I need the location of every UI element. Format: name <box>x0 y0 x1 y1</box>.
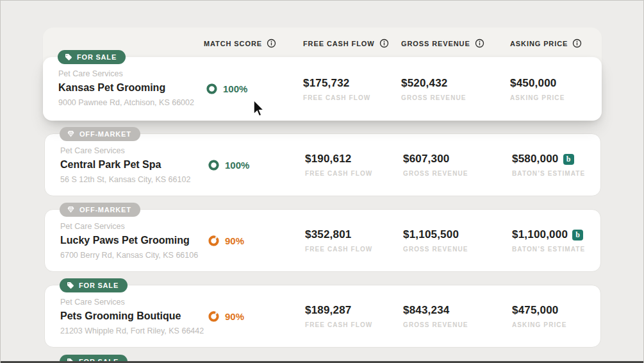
match-score-donut-icon <box>205 232 222 249</box>
asking-price-label: BATON’S ESTIMATE <box>512 170 585 177</box>
gross-revenue-value: $843,234 <box>403 304 468 317</box>
free-cash-flow-cell: $190,612 FREE CASH FLOW <box>305 134 372 196</box>
free-cash-flow-value: $352,801 <box>305 228 372 241</box>
business-name: Kansas Pet Grooming <box>58 82 219 94</box>
listing-card[interactable]: OFF-MARKET Pet Care Services Lucky Paws … <box>44 209 601 272</box>
status-badge: FOR SALE <box>60 278 128 292</box>
business-info: Pet Care Services Kansas Pet Grooming 90… <box>58 69 219 107</box>
asking-price-value: $1,100,000 <box>512 228 568 241</box>
info-icon[interactable] <box>572 38 582 48</box>
status-badge-label: FOR SALE <box>79 282 119 289</box>
column-header-match-score: MATCH SCORE <box>204 38 276 48</box>
match-score-donut-icon <box>203 80 220 97</box>
free-cash-flow-label: FREE CASH FLOW <box>305 170 372 177</box>
asking-price-value: $580,000 <box>512 153 559 165</box>
column-header-label: GROSS REVENUE <box>401 40 470 47</box>
info-icon[interactable] <box>475 38 484 48</box>
tag-icon <box>67 282 74 289</box>
column-header-asking-price: ASKING PRICE <box>510 38 582 48</box>
free-cash-flow-label: FREE CASH FLOW <box>305 246 372 253</box>
header-row: MATCH SCORE FREE CASH FLOW GROSS REVENUE… <box>43 38 602 51</box>
gross-revenue-label: GROSS REVENUE <box>403 321 468 328</box>
asking-price-value: $475,000 <box>512 304 559 317</box>
match-score-cell: 100% <box>206 57 247 121</box>
gross-revenue-cell: $843,234 GROSS REVENUE <box>403 285 468 347</box>
match-score-value: 90% <box>225 235 244 246</box>
asking-price-cell: $580,000 b BATON’S ESTIMATE <box>512 134 585 196</box>
gem-icon <box>67 130 75 138</box>
gem-icon <box>67 206 75 214</box>
asking-price-value: $450,000 <box>510 77 557 90</box>
free-cash-flow-label: FREE CASH FLOW <box>303 94 370 101</box>
business-category: Pet Care Services <box>58 69 219 78</box>
match-score-value: 100% <box>223 83 247 94</box>
gross-revenue-cell: $520,432 GROSS REVENUE <box>401 57 466 121</box>
gross-revenue-cell: $1,105,500 GROSS REVENUE <box>403 210 468 271</box>
listing-card[interactable]: FOR SALE Pet Care Services Kansas Pet Gr… <box>43 57 602 121</box>
free-cash-flow-cell: $175,732 FREE CASH FLOW <box>303 57 370 121</box>
match-score-cell: 100% <box>208 134 249 196</box>
business-name: Pets Grooming Boutique <box>60 310 220 322</box>
match-score-value: 100% <box>225 160 249 171</box>
column-header-label: FREE CASH FLOW <box>303 40 375 47</box>
free-cash-flow-cell: $189,287 FREE CASH FLOW <box>305 285 372 347</box>
listing-card[interactable]: OFF-MARKET Pet Care Services Central Par… <box>44 133 601 196</box>
asking-price-cell: $450,000 b ASKING PRICE <box>510 57 565 121</box>
free-cash-flow-value: $189,287 <box>305 304 372 317</box>
gross-revenue-value: $520,432 <box>401 77 466 90</box>
free-cash-flow-value: $175,732 <box>303 77 370 90</box>
free-cash-flow-label: FREE CASH FLOW <box>305 321 372 328</box>
gross-revenue-label: GROSS REVENUE <box>403 246 468 253</box>
asking-price-cell: $475,000 b ASKING PRICE <box>512 285 566 347</box>
business-info: Pet Care Services Central Park Pet Spa 5… <box>60 146 220 184</box>
info-icon[interactable] <box>267 38 276 48</box>
match-score-donut-icon <box>205 308 222 325</box>
business-category: Pet Care Services <box>60 298 220 307</box>
match-score-donut-icon <box>205 156 222 174</box>
business-info: Pet Care Services Pets Grooming Boutique… <box>60 298 220 335</box>
gross-revenue-cell: $607,300 GROSS REVENUE <box>403 134 468 196</box>
column-header-label: ASKING PRICE <box>510 40 568 47</box>
business-info: Pet Care Services Lucky Paws Pet Groomin… <box>60 222 220 260</box>
business-address: 21203 Whipple Rd, Fort Riley, KS 66442 <box>60 326 220 335</box>
status-badge: FOR SALE <box>58 50 126 64</box>
match-score-cell: 90% <box>208 210 244 271</box>
free-cash-flow-cell: $352,801 FREE CASH FLOW <box>305 210 372 271</box>
status-badge-label: OFF-MARKET <box>79 130 131 138</box>
column-header-free-cash-flow: FREE CASH FLOW <box>303 38 389 48</box>
gross-revenue-label: GROSS REVENUE <box>401 94 466 101</box>
column-header-label: MATCH SCORE <box>204 40 262 47</box>
business-address: 56 S 12th St, Kansas City, KS 66102 <box>60 175 220 184</box>
asking-price-label: ASKING PRICE <box>512 321 566 328</box>
baton-estimate-badge: b <box>572 230 583 241</box>
free-cash-flow-value: $190,612 <box>305 153 372 165</box>
listing-card[interactable]: FOR SALE Pet Care Services Pets Grooming… <box>44 285 601 348</box>
asking-price-label: BATON’S ESTIMATE <box>512 246 585 253</box>
business-name: Central Park Pet Spa <box>60 159 220 171</box>
info-icon[interactable] <box>379 38 389 48</box>
business-category: Pet Care Services <box>60 146 220 155</box>
gross-revenue-label: GROSS REVENUE <box>403 170 468 177</box>
match-score-value: 90% <box>225 311 244 322</box>
status-badge: OFF-MARKET <box>60 127 140 141</box>
match-score-cell: 90% <box>208 285 244 347</box>
gross-revenue-value: $607,300 <box>403 153 468 165</box>
business-category: Pet Care Services <box>60 222 220 231</box>
asking-price-cell: $1,100,000 b BATON’S ESTIMATE <box>512 210 585 271</box>
column-header-gross-revenue: GROSS REVENUE <box>401 38 484 48</box>
status-badge-label: FOR SALE <box>77 53 117 61</box>
status-badge-label: OFF-MARKET <box>79 206 131 214</box>
asking-price-label: ASKING PRICE <box>510 94 565 101</box>
tag-icon <box>65 53 72 61</box>
baton-estimate-badge: b <box>563 154 574 165</box>
business-name: Lucky Paws Pet Grooming <box>60 235 220 246</box>
gross-revenue-value: $1,105,500 <box>403 228 468 241</box>
business-address: 9000 Pawnee Rd, Atchison, KS 66002 <box>58 98 219 107</box>
business-address: 6700 Berry Rd, Kansas City, KS 66106 <box>60 251 220 260</box>
status-badge: OFF-MARKET <box>60 203 140 217</box>
